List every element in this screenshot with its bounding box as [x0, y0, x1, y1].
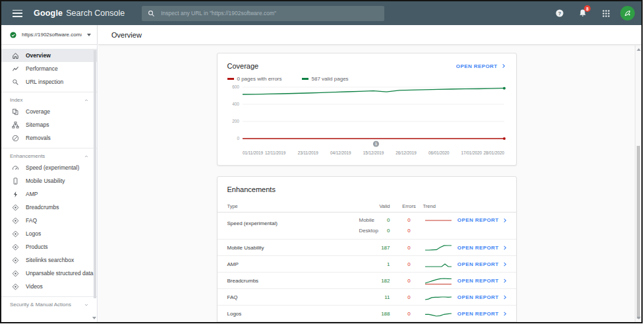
sidebar-item-label: URL inspection	[26, 79, 63, 85]
sidebar-item-breadcrumbs[interactable]: Breadcrumbs	[1, 201, 97, 214]
sidebar-item-unparsable-structured-data[interactable]: Unparsable structured data	[1, 267, 97, 280]
sidebar-item-removals[interactable]: Removals	[1, 131, 97, 145]
page-header: Overview	[98, 25, 641, 45]
chevron-right-icon	[502, 294, 508, 300]
coverage-chart[interactable]: 0200400600101/11/201912/11/201923/11/201…	[227, 83, 508, 157]
sidebar-item-overview[interactable]: Overview	[1, 49, 97, 62]
coverage-card-title: Coverage	[227, 62, 259, 70]
sidebar-item-label: Removals	[26, 135, 51, 141]
scroll-up-icon[interactable]	[637, 48, 641, 51]
search-input[interactable]	[161, 10, 378, 16]
sidebar-item-url-inspection[interactable]: URL inspection	[1, 75, 97, 88]
sidebar-nav: Overview Performance URL inspection Inde…	[1, 46, 97, 322]
sidebar-item-sitelinks-searchbox[interactable]: Sitelinks searchbox	[1, 253, 97, 267]
sidebar-scrollbar[interactable]	[93, 46, 97, 322]
column-type: Type	[227, 203, 238, 209]
apps-grid-button[interactable]	[597, 5, 614, 22]
legend-errors: 0 pages with errors	[227, 76, 282, 82]
search-icon	[148, 10, 155, 17]
trend-sparkline	[423, 216, 454, 225]
notifications-button[interactable]: 8	[574, 5, 591, 22]
rich-result-icon	[12, 204, 19, 211]
sidebar-item-logos[interactable]: Logos	[1, 227, 97, 240]
enhancement-type: Mobile Usability	[227, 245, 264, 251]
property-icon	[10, 32, 16, 38]
open-report-label: OPEN REPORT	[457, 217, 499, 223]
main-scrollbar[interactable]	[635, 46, 641, 322]
speed-open-report-link[interactable]: OPEN REPORT	[457, 217, 508, 223]
screen: Google Search Console ? 8	[0, 0, 644, 328]
property-selector[interactable]: https://1902software.com/	[1, 25, 97, 45]
sidebar-item-label: Unparsable structured data	[26, 270, 94, 277]
sidebar-item-speed[interactable]: Speed (experimental)	[1, 161, 97, 174]
url-inspect-searchbox[interactable]	[142, 6, 384, 21]
sidebar-item-performance[interactable]: Performance	[1, 62, 97, 75]
enhancement-type: AMP	[227, 261, 239, 267]
error-count: 0	[399, 245, 419, 251]
legend-label: 587 valid pages	[312, 76, 349, 82]
chevron-down-icon	[87, 34, 91, 36]
sidebar-item-label: Videos	[26, 283, 43, 290]
sidebar-item-videos[interactable]: Videos	[1, 280, 97, 293]
company-logo-icon	[623, 9, 632, 18]
svg-text:28/01/2020: 28/01/2020	[483, 150, 504, 155]
valid-swatch	[302, 78, 308, 80]
google-search-console-window: Google Search Console ? 8	[0, 0, 643, 323]
rich-result-icon	[12, 257, 19, 264]
trend-sparkline	[423, 309, 454, 318]
valid-count: 182	[363, 278, 390, 284]
sidebar-item-coverage[interactable]: Coverage	[1, 105, 97, 118]
column-errors: Errors	[399, 203, 419, 209]
speed-icon	[12, 164, 19, 172]
open-report-label: OPEN REPORT	[457, 245, 499, 251]
sidebar-item-sitemaps[interactable]: Sitemaps	[1, 118, 97, 131]
section-security-manual-actions[interactable]: Security & Manual Actions	[1, 296, 97, 310]
menu-icon[interactable]	[13, 10, 22, 17]
scroll-down-icon[interactable]	[637, 317, 641, 319]
sidebar-item-label: Speed (experimental)	[26, 164, 79, 171]
sidebar-item-label: FAQ	[26, 217, 37, 224]
section-title: Enhancements	[10, 153, 45, 159]
sidebar-item-faq[interactable]: FAQ	[1, 214, 97, 227]
sidebar-item-amp[interactable]: AMP	[1, 187, 97, 201]
home-icon	[12, 52, 19, 59]
sidebar-item-mobile-usability[interactable]: Mobile Usability	[1, 174, 97, 187]
content-area: Coverage OPEN REPORT 0 pages with errors…	[98, 46, 635, 322]
sidebar-item-label: Mobile Usability	[26, 178, 65, 184]
table-header-row: Type Valid Errors Trend	[218, 200, 516, 213]
logos-open-report-link[interactable]: OPEN REPORT	[457, 311, 508, 317]
scrollbar-thumb[interactable]	[637, 146, 640, 319]
mobile-usability-open-report-link[interactable]: OPEN REPORT	[457, 245, 508, 251]
account-avatar[interactable]	[620, 6, 635, 20]
rich-result-icon	[12, 270, 19, 277]
chevron-right-icon	[502, 245, 508, 250]
section-enhancements[interactable]: Enhancements	[1, 148, 97, 161]
valid-count: 187	[363, 245, 390, 251]
sidebar-scroll-down-icon[interactable]	[92, 317, 96, 319]
help-icon: ?	[555, 9, 564, 18]
section-title: Index	[10, 97, 23, 103]
property-url: https://1902software.com/	[22, 32, 82, 38]
valid-count: 11	[363, 294, 390, 300]
column-trend: Trend	[423, 203, 436, 209]
open-report-label: OPEN REPORT	[457, 278, 499, 284]
open-report-label: OPEN REPORT	[457, 294, 499, 300]
amp-icon	[12, 191, 19, 198]
sidebar: https://1902software.com/ Overview Perfo…	[1, 25, 98, 322]
sidebar-item-products[interactable]: Products	[1, 240, 97, 253]
svg-text:?: ?	[558, 11, 562, 16]
performance-icon	[12, 65, 19, 73]
coverage-open-report-link[interactable]: OPEN REPORT	[456, 63, 506, 69]
table-row-logos: Logos 188 0 OPEN REPORT	[218, 306, 516, 322]
notification-badge: 8	[584, 5, 591, 12]
enhancement-type: FAQ	[227, 294, 238, 300]
trend-sparkline	[423, 292, 454, 302]
section-index[interactable]: Index	[1, 92, 97, 105]
trend-sparkline	[423, 243, 454, 252]
faq-open-report-link[interactable]: OPEN REPORT	[457, 294, 508, 300]
open-report-label: OPEN REPORT	[456, 63, 498, 69]
help-button[interactable]: ?	[551, 5, 568, 22]
breadcrumbs-open-report-link[interactable]: OPEN REPORT	[457, 278, 508, 284]
amp-open-report-link[interactable]: OPEN REPORT	[457, 261, 508, 267]
enhancement-type: Breadcrumbs	[227, 278, 259, 284]
